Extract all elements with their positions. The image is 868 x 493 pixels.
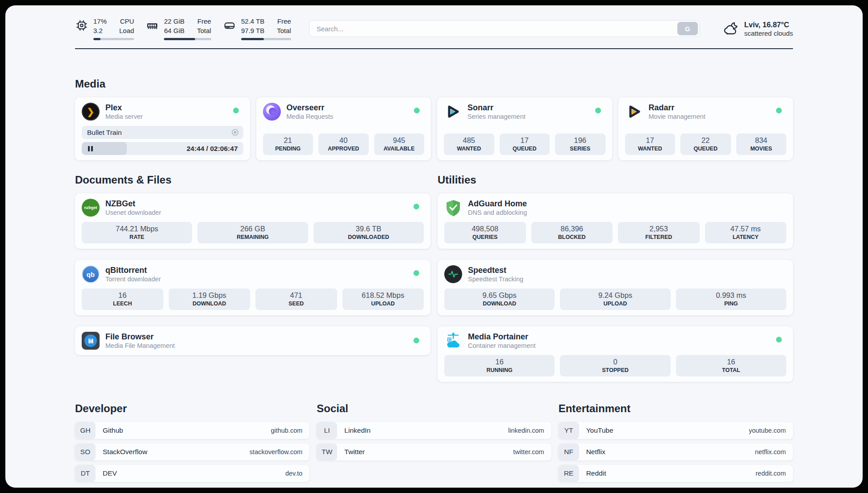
portainer-icon	[444, 332, 462, 350]
section-title-documents: Documents & Files	[75, 174, 430, 186]
stat-box: 86,396BLOCKED	[531, 222, 613, 243]
app-subtitle: Movie management	[649, 113, 705, 120]
bookmark-badge: TW	[317, 443, 337, 460]
pause-icon[interactable]	[86, 146, 95, 151]
app-name: Plex	[105, 103, 143, 113]
app-card-portainer[interactable]: Media Portainer Container management 16R…	[438, 326, 793, 382]
memory-free-label: Free	[197, 17, 211, 26]
bookmarks-area: Developer GH Github github.com SO StackO…	[75, 402, 793, 482]
stat-box: 9.24 GbpsUPLOAD	[560, 288, 670, 310]
bookmark-url: twitter.com	[513, 448, 544, 455]
bookmark-url: stackoverflow.com	[250, 448, 302, 455]
bookmark-github[interactable]: GH Github github.com	[75, 422, 309, 439]
memory-progress-fill	[164, 38, 195, 40]
app-name: NZBGet	[105, 199, 161, 209]
radarr-icon	[625, 103, 643, 121]
status-online-dot	[413, 338, 419, 343]
stat-box: 945AVAILABLE	[374, 134, 425, 155]
bookmark-badge: LI	[317, 422, 337, 439]
app-name: AdGuard Home	[468, 199, 527, 209]
cpu-label: CPU	[119, 17, 134, 26]
storage-free-label: Free	[277, 17, 291, 26]
bookmark-name: Reddit	[586, 469, 606, 477]
cpu-progress-fill	[93, 38, 100, 40]
app-card-sonarr[interactable]: Sonarr Series management 485WANTED 17QUE…	[437, 97, 612, 160]
app-subtitle: Usenet downloader	[105, 209, 161, 216]
memory-free-value: 22 GiB	[164, 17, 184, 26]
app-card-plex[interactable]: ❯ Plex Media server Bullet Train 24:44 /…	[75, 97, 250, 160]
section-title-media: Media	[75, 78, 793, 90]
bookmark-name: StackOverflow	[103, 448, 147, 456]
playback-time: 24:44 / 02:06:47	[187, 145, 238, 153]
bookmark-url: youtube.com	[749, 427, 786, 434]
utilities-column: Utilities AdGuard Home	[438, 174, 793, 382]
stat-box: 39.6 TBDOWNLOADED	[313, 222, 424, 243]
cpu-percent: 17%	[93, 17, 107, 26]
app-name: Sonarr	[467, 103, 526, 113]
memory-total-label: Total	[197, 26, 211, 35]
documents-column: Documents & Files nzbget NZBGet Usenet d…	[75, 174, 430, 355]
sonarr-icon	[444, 103, 462, 121]
bookmark-group-developer: Developer GH Github github.com SO StackO…	[75, 402, 309, 482]
bookmark-url: linkedin.com	[508, 427, 544, 434]
playback-progress[interactable]: 24:44 / 02:06:47	[82, 142, 243, 155]
storage-total-label: Total	[277, 26, 291, 35]
bookmark-group-social: Social LI LinkedIn linkedin.com TW Twitt…	[317, 402, 551, 482]
overseerr-icon	[263, 103, 281, 121]
status-online-dot	[233, 108, 239, 113]
bookmark-netflix[interactable]: NF Netflix netflix.com	[559, 443, 793, 460]
weather-location: Lviv, 16.87°C	[744, 21, 793, 29]
adguard-icon	[444, 199, 462, 217]
bookmark-url: github.com	[271, 427, 302, 434]
stat-box: 485WANTED	[444, 134, 494, 155]
app-card-speedtest[interactable]: Speedtest Speedtest Tracking 9.65 GbpsDO…	[438, 260, 793, 315]
session-target-icon[interactable]	[231, 129, 239, 136]
stat-box: 17QUEUED	[500, 134, 550, 155]
weather-widget[interactable]: Lviv, 16.87°C scattered clouds	[722, 21, 793, 37]
stat-box: 21PENDING	[263, 134, 313, 155]
app-subtitle: Torrent downloader	[105, 276, 161, 283]
plex-icon: ❯	[82, 103, 100, 121]
stat-box: 0.993 msPING	[676, 288, 786, 310]
app-subtitle: Container management	[468, 342, 536, 349]
bookmark-badge: NF	[559, 443, 579, 460]
bookmark-stackoverflow[interactable]: SO StackOverflow stackoverflow.com	[75, 443, 309, 460]
bookmark-name: Twitter	[344, 448, 365, 456]
stat-box: 266 GBREMAINING	[197, 222, 308, 243]
bookmark-dev[interactable]: DT DEV dev.to	[75, 465, 309, 482]
section-title-entertainment: Entertainment	[559, 402, 793, 415]
app-card-adguard[interactable]: AdGuard Home DNS and adblocking 498,508Q…	[438, 193, 793, 249]
bookmark-name: DEV	[103, 469, 117, 477]
memory-total-value: 64 GiB	[164, 26, 184, 35]
bookmark-name: LinkedIn	[344, 426, 371, 435]
app-subtitle: Speedtest Tracking	[468, 276, 523, 283]
ram-icon	[146, 19, 159, 32]
bookmark-badge: SO	[75, 443, 96, 460]
bookmark-youtube[interactable]: YT YouTube youtube.com	[559, 422, 793, 439]
storage-free-value: 52.4 TB	[241, 17, 264, 26]
app-card-nzbget[interactable]: nzbget NZBGet Usenet downloader 744.21 M…	[75, 193, 430, 249]
stat-box: 2,953FILTERED	[618, 222, 700, 243]
now-playing-row: Bullet Train	[82, 126, 243, 139]
search-bar: G	[309, 20, 700, 37]
app-card-qbittorrent[interactable]: qb qBittorrent Torrent downloader 16LEEC…	[75, 260, 430, 315]
bookmark-twitter[interactable]: TW Twitter twitter.com	[317, 443, 551, 460]
app-card-radarr[interactable]: Radarr Movie management 17WANTED 22QUEUE…	[618, 97, 793, 160]
search-engine-button[interactable]: G	[677, 22, 698, 35]
bookmark-reddit[interactable]: RE Reddit reddit.com	[559, 465, 793, 482]
status-online-dot	[776, 337, 782, 343]
bookmark-name: Github	[103, 426, 123, 435]
stat-box: 834MOVIES	[736, 134, 787, 155]
search-input[interactable]	[311, 25, 677, 33]
cloud-moon-icon	[722, 21, 739, 36]
weather-condition: scattered clouds	[744, 29, 793, 37]
app-card-overseerr[interactable]: Overseerr Media Requests 21PENDING 40APP…	[256, 97, 431, 160]
bookmark-linkedin[interactable]: LI LinkedIn linkedin.com	[317, 422, 551, 439]
section-title-social: Social	[317, 402, 551, 415]
speedtest-icon	[444, 265, 462, 283]
app-card-filebrowser[interactable]: File Browser Media File Management	[75, 326, 430, 355]
status-online-dot	[776, 108, 782, 113]
cpu-load-label: Load	[119, 26, 134, 35]
storage-total-value: 97.9 TB	[241, 26, 264, 35]
section-title-utilities: Utilities	[438, 174, 793, 186]
